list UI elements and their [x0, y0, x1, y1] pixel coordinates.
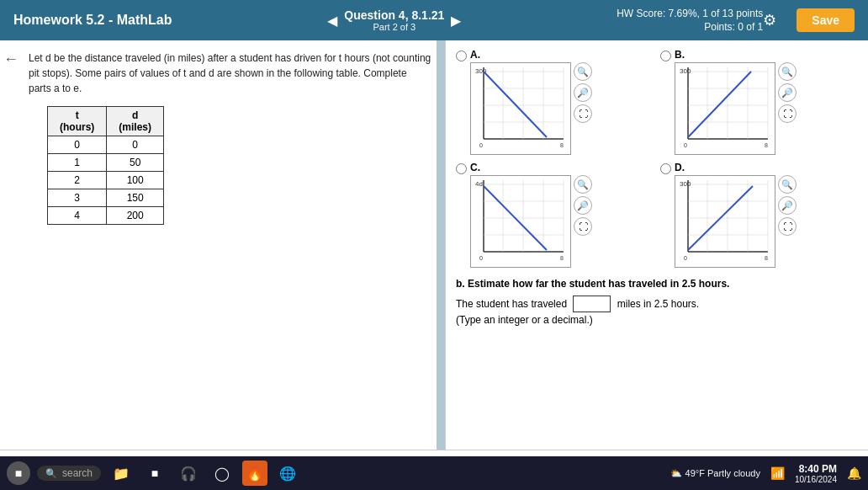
graph-option-d: D. 300 [660, 162, 858, 268]
taskbar-chrome[interactable]: ◯ [209, 460, 236, 487]
graph-radio-c[interactable] [456, 163, 467, 174]
table-row: 00 [48, 136, 164, 154]
table-row: 4200 [48, 207, 164, 225]
prev-arrow-icon[interactable]: ◀ [327, 13, 337, 29]
taskbar-app-3[interactable]: 🎧 [175, 460, 202, 487]
graph-a-controls: 🔍 🔎 ⛶ [574, 62, 592, 123]
taskbar-app-2[interactable]: ■ [141, 460, 168, 487]
fullscreen-icon-d[interactable]: ⛶ [778, 217, 797, 236]
col1-header: t(hours) [48, 107, 107, 136]
graph-a-label: A. [470, 49, 592, 61]
zoom-out-icon-d[interactable]: 🔎 [778, 196, 797, 215]
side-strip [437, 40, 445, 450]
search-label: search [62, 467, 93, 479]
svg-text:8: 8 [560, 142, 564, 148]
estimate-label: b. Estimate how far the student has trav… [456, 276, 858, 292]
graph-option-b: B. 300 [660, 49, 858, 155]
table-row: 3150 [48, 189, 164, 207]
settings-icon[interactable]: ⚙ [763, 11, 776, 29]
graph-radio-b[interactable] [660, 51, 671, 61]
hw-score: HW Score: 7.69%, 1 of 13 points [617, 8, 763, 19]
main-content: ← Let d be the distance traveled (in mil… [0, 40, 868, 450]
taskbar-app-5[interactable]: 🔥 [242, 461, 267, 486]
svg-text:8: 8 [765, 255, 768, 261]
travel-text: The student has traveled [456, 298, 567, 310]
table-cell: 200 [107, 207, 164, 225]
graph-c-label: C. [470, 162, 592, 173]
taskbar-file-explorer[interactable]: 📁 [108, 460, 135, 487]
fullscreen-icon-c[interactable]: ⛶ [574, 217, 592, 236]
save-button[interactable]: Save [797, 8, 855, 32]
question-info: Question 4, 8.1.21 Part 2 of 3 [344, 8, 444, 32]
table-row: 2100 [48, 172, 164, 189]
table-cell: 0 [107, 136, 164, 154]
search-icon: 🔍 [45, 468, 57, 479]
question-title: Question 4, 8.1.21 [344, 8, 444, 22]
graph-b-controls: 🔍 🔎 ⛶ [778, 62, 797, 123]
taskbar-left: ■ 🔍 search 📁 ■ 🎧 ◯ 🔥 🌐 [7, 460, 301, 487]
graph-option-a: A. [456, 49, 654, 155]
table-cell: 3 [48, 189, 107, 207]
svg-text:0: 0 [684, 255, 687, 261]
graph-a-svg: 300 0 8 [470, 62, 571, 155]
graph-b-label: B. [675, 49, 797, 61]
svg-text:0: 0 [479, 142, 483, 148]
svg-text:0: 0 [684, 142, 687, 148]
zoom-out-icon-a[interactable]: 🔎 [574, 83, 592, 102]
col2-header: d(miles) [107, 107, 164, 136]
clock: 8:40 PM [795, 463, 837, 475]
weather-text: 49°F Partly cloudy [685, 468, 760, 478]
zoom-in-icon-a[interactable]: 🔍 [574, 62, 592, 81]
graph-d-svg: 300 0 8 [675, 175, 775, 268]
table-cell: 2 [48, 172, 107, 189]
table-cell: 50 [107, 154, 164, 172]
taskbar-browser[interactable]: 🌐 [274, 460, 301, 487]
app-title: Homework 5.2 - MathLab [13, 13, 172, 28]
taskbar: ■ 🔍 search 📁 ■ 🎧 ◯ 🔥 🌐 ⛅ 49°F Partly clo… [0, 456, 868, 490]
svg-text:0: 0 [479, 255, 483, 261]
next-arrow-icon[interactable]: ▶ [451, 13, 461, 29]
zoom-in-icon-d[interactable]: 🔍 [778, 175, 797, 194]
svg-text:300: 300 [680, 180, 691, 188]
taskbar-right: ⛅ 49°F Partly cloudy 📶 8:40 PM 10/16/202… [670, 463, 861, 484]
table-cell: 100 [107, 172, 164, 189]
graphs-grid: A. [456, 49, 858, 268]
score-info: HW Score: 7.69%, 1 of 13 points Points: … [617, 8, 763, 33]
svg-text:8: 8 [765, 142, 768, 148]
svg-line-11 [484, 72, 547, 137]
table-cell: 0 [48, 136, 107, 154]
notification-icon[interactable]: 🔔 [847, 466, 861, 480]
table-cell: 150 [107, 189, 164, 207]
start-menu-icon[interactable]: ■ [7, 461, 30, 485]
header: Homework 5.2 - MathLab ◀ Question 4, 8.1… [0, 0, 868, 40]
fullscreen-icon-b[interactable]: ⛶ [778, 104, 797, 123]
graph-radio-a[interactable] [456, 51, 467, 61]
zoom-in-icon-b[interactable]: 🔍 [778, 62, 797, 81]
zoom-out-icon-c[interactable]: 🔎 [574, 196, 592, 215]
network-icon: 📶 [770, 466, 785, 480]
svg-text:8: 8 [560, 255, 564, 261]
graph-option-c: C. 4d [456, 162, 654, 268]
svg-text:300: 300 [680, 67, 691, 75]
data-table: t(hours) d(miles) 00150210031504200 [47, 106, 164, 225]
back-arrow-icon[interactable]: ← [3, 51, 19, 68]
table-cell: 4 [48, 207, 107, 225]
fullscreen-icon-a[interactable]: ⛶ [574, 104, 592, 123]
question-part: Part 2 of 3 [344, 22, 444, 32]
weather-icon: ⛅ [670, 468, 682, 479]
zoom-in-icon-c[interactable]: 🔍 [574, 175, 592, 194]
weather-info: ⛅ 49°F Partly cloudy [670, 468, 760, 479]
graph-d-label: D. [675, 162, 797, 173]
type-hint: (Type an integer or a decimal.) [456, 314, 593, 326]
zoom-out-icon-b[interactable]: 🔎 [778, 83, 797, 102]
travel-sentence: The student has traveled miles in 2.5 ho… [456, 296, 858, 328]
search-bar[interactable]: 🔍 search [37, 466, 101, 481]
graph-c-controls: 🔍 🔎 ⛶ [574, 175, 592, 236]
graph-radio-d[interactable] [660, 163, 671, 174]
graph-d-controls: 🔍 🔎 ⛶ [778, 175, 797, 236]
time-info: 8:40 PM 10/16/2024 [795, 463, 837, 484]
right-panel: A. [446, 40, 868, 450]
svg-line-25 [688, 72, 751, 137]
answer-input[interactable] [573, 296, 611, 312]
points: Points: 0 of 1 [617, 21, 763, 33]
